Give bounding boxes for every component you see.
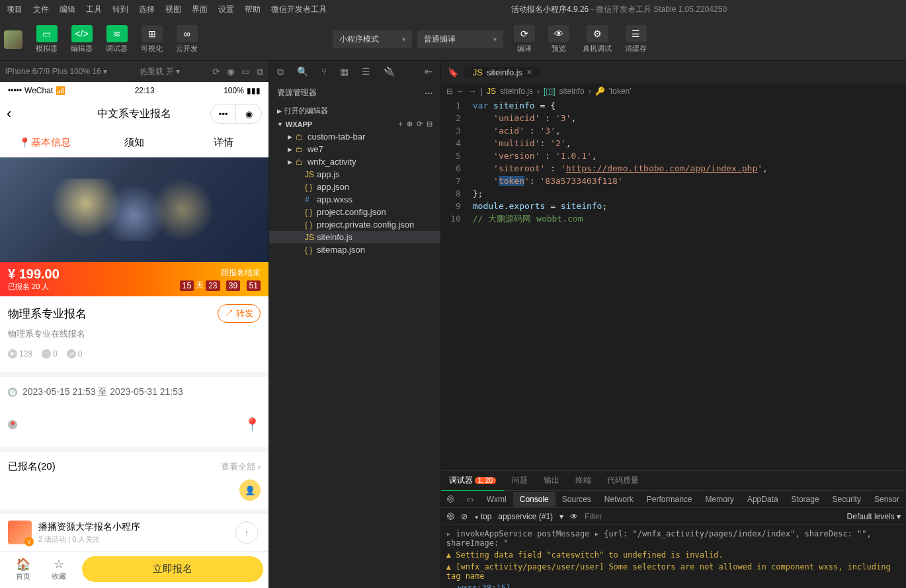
cloud-button[interactable]: ∞云开发 [171,22,203,56]
hot-reload-toggle[interactable]: 热重载 开 ▾ [140,66,180,77]
files-icon[interactable]: ⧉ [277,66,284,77]
tree-item-project.config.json[interactable]: { }project.config.json [269,206,440,218]
inspect-icon[interactable]: 🞋 [446,512,454,521]
appservice-context[interactable]: appservice (#1) [498,512,553,521]
menu-设置[interactable]: 设置 [213,1,239,18]
root-folder[interactable]: ▼WXAPP +⊕⟳⊟ [269,118,440,130]
top-context[interactable]: top [474,512,492,521]
menu-编辑[interactable]: 编辑 [54,1,81,18]
devtools-tab-storage[interactable]: Storage [785,492,826,507]
menu-微信开发者工具[interactable]: 微信开发者工具 [266,1,332,18]
tree-item-siteinfo.js[interactable]: JSsiteinfo.js [269,231,440,243]
menu-转到[interactable]: 转到 [107,1,134,18]
breadcrumb-key[interactable]: 'token' [609,87,632,96]
devtools-tab-appdata[interactable]: AppData [741,492,785,507]
menu-工具[interactable]: 工具 [81,1,107,18]
tree-item-custom-tab-bar[interactable]: ▶🗀custom-tab-bar [269,130,440,143]
menu-项目[interactable]: 项目 [1,1,28,18]
tab-notice[interactable]: 须知 [89,128,179,157]
clear-cache-button[interactable]: ☰清缓存 [620,22,652,56]
tab-basic[interactable]: 📍基本信息 [0,128,89,157]
nav-back-icon[interactable]: ← [457,87,465,96]
tree-item-app.wxss[interactable]: #app.wxss [269,193,440,206]
editor-tab-siteinfo[interactable]: JSsiteinfo.js× [465,67,541,77]
menu-帮助[interactable]: 帮助 [239,1,266,18]
remote-debug-button[interactable]: ⚙真机调试 [577,22,617,56]
tab-detail[interactable]: 详情 [179,128,268,157]
tree-item-wnfx_activity[interactable]: ▶🗀wnfx_activity [269,155,440,168]
bookmark-icon[interactable]: 🔖 [441,67,465,77]
capsule[interactable]: •••◉ [210,104,262,124]
menu-文件[interactable]: 文件 [28,1,54,18]
visualize-button[interactable]: ⊞可视化 [136,22,168,56]
location-card[interactable]: 📍 📍 [0,407,268,442]
terminal-tab[interactable]: 终端 [567,471,599,490]
new-folder-icon[interactable]: ⊕ [407,120,413,128]
device-selector[interactable]: iPhone 6/7/8 Plus 100% 16 ▾ [5,67,107,76]
home-tab[interactable]: 🏠首页 [5,557,41,581]
git-icon[interactable]: ⑂ [321,66,327,77]
devtools-tab-performance[interactable]: Performance [640,492,699,507]
close-icon[interactable]: × [526,67,532,77]
view-all-link[interactable]: 查看全部 › [221,461,261,473]
debugger-button[interactable]: ≋调试器 [101,22,133,56]
signup-button[interactable]: 立即报名 [82,556,263,582]
menu-界面[interactable]: 界面 [186,1,213,18]
compile-button[interactable]: ⟳编译 [509,22,540,56]
levels-dropdown[interactable]: Default levels ▾ [847,512,901,521]
menu-视图[interactable]: 视图 [160,1,186,18]
refresh-icon[interactable]: ⟳ [417,120,423,128]
open-editors-section[interactable]: ▶打开的编辑器 [269,104,440,118]
search-icon[interactable]: 🔍 [297,66,308,77]
toggle-panel-icon[interactable]: ⇤ [425,66,432,77]
tree-item-sitemap.json[interactable]: { }sitemap.json [269,243,440,256]
boxes-icon[interactable]: ▦ [340,66,349,77]
list-icon[interactable]: ☰ [362,66,370,77]
eye-icon[interactable]: 👁 [570,512,578,521]
tree-item-app.js[interactable]: JSapp.js [269,168,440,181]
tree-item-project.private.config.json[interactable]: { }project.private.config.json [269,218,440,231]
nav-fwd-icon[interactable]: → [469,87,477,96]
enrolled-count: 已报名 20 人 [8,282,60,292]
mode-dropdown[interactable]: 小程序模式 [333,30,412,48]
filter-input[interactable] [585,512,841,521]
devtools-tab-console[interactable]: Console [513,492,556,507]
tree-item-we7[interactable]: ▶🗀we7 [269,143,440,155]
preview-button[interactable]: 👁预览 [543,22,575,56]
problems-tab[interactable]: 问题 [504,471,536,490]
tree-item-app.json[interactable]: { }app.json [269,181,440,193]
breadcrumb-obj[interactable]: siteinfo [559,87,585,96]
back-icon[interactable]: ‹ [7,105,11,122]
window-title: 活动报名小程序4.9.26 - 微信开发者工具 Stable 1.05.2204… [332,4,906,15]
debugger-tab[interactable]: 调试器1, 20 [441,471,504,491]
devtools-tab-memory[interactable]: Memory [699,492,741,507]
views-stat: 👁128 [8,349,32,358]
menu-选择[interactable]: 选择 [134,1,160,18]
scroll-top-button[interactable]: ↑ [235,521,258,544]
devtools-tab-sources[interactable]: Sources [556,492,598,507]
fav-tab[interactable]: ☆收藏 [41,557,77,581]
console-output[interactable]: invokeAppService postMessage ▸ {url: "/w… [441,525,906,588]
quality-tab[interactable]: 代码质量 [599,471,647,490]
go-back-icon[interactable]: ⊟ [446,87,453,96]
inspect-icon[interactable]: 🞋 [441,492,460,507]
devtools-tab-security[interactable]: Security [826,492,868,507]
devtools-tab-network[interactable]: Network [598,492,640,507]
devtools-tab-sensor[interactable]: Sensor [868,492,906,507]
simulator-button[interactable]: ▭模拟器 [30,22,63,56]
organizer-card[interactable]: 播播资源大学报名小程序 2 场活动 | 0 人关注 ↑ [0,509,268,551]
editor-button[interactable]: </>编辑器 [65,22,98,56]
share-button[interactable]: ↗ 转发 [218,304,261,323]
new-file-icon[interactable]: + [398,120,402,128]
compile-dropdown[interactable]: 普通编译 [417,30,503,48]
devtools-tab-wxml[interactable]: Wxml [480,492,513,507]
more-icon[interactable]: ⋯ [425,89,432,98]
breadcrumb-file[interactable]: siteinfo.js [500,87,533,96]
code-editor[interactable]: 12345678910 var siteinfo = { 'uniacid' :… [441,99,906,470]
collapse-icon[interactable]: ⊟ [427,120,432,128]
plug-icon[interactable]: 🔌 [384,66,395,77]
output-tab[interactable]: 输出 [536,471,567,490]
project-avatar[interactable] [4,30,22,49]
org-name: 播播资源大学报名小程序 [38,521,229,533]
clear-icon[interactable]: ⊘ [461,512,468,521]
